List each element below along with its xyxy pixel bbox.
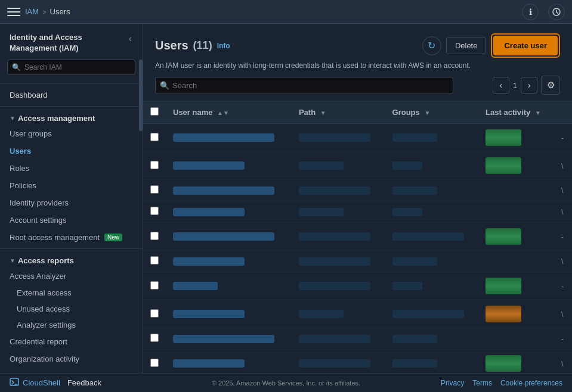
refresh-button[interactable]: ↻ xyxy=(422,36,441,55)
content-title: Users (11) Info xyxy=(155,39,230,52)
username-value xyxy=(173,257,245,266)
sidebar-search-container: 🔍 xyxy=(7,60,135,75)
table-search-input[interactable] xyxy=(155,77,453,94)
sidebar-item-root-access-management[interactable]: Root access management New xyxy=(0,229,143,246)
sidebar-item-users[interactable]: Users xyxy=(0,142,143,160)
last-activity-bar xyxy=(486,157,521,174)
username-value xyxy=(173,335,274,343)
row-checkbox[interactable] xyxy=(150,185,159,194)
users-table-container: User name ▲▼ Path ▼ Groups ▼ Last acti xyxy=(143,101,572,373)
username-value xyxy=(173,208,245,216)
sidebar-item-user-groups[interactable]: User groups xyxy=(0,125,143,142)
clock-icon-button[interactable] xyxy=(548,4,565,20)
groups-value xyxy=(392,310,464,318)
sidebar-item-policies[interactable]: Policies xyxy=(0,177,143,194)
feedback-button[interactable]: Feedback xyxy=(67,378,101,387)
last-activity-bar xyxy=(486,129,521,146)
groups-value xyxy=(392,161,422,170)
root-access-label: Root access management xyxy=(10,233,100,242)
path-value xyxy=(299,282,370,290)
sidebar-item-roles[interactable]: Roles xyxy=(0,160,143,177)
header-username: User name ▲▼ xyxy=(166,101,292,124)
create-user-button[interactable]: Create user xyxy=(493,36,558,55)
row-checkbox[interactable] xyxy=(150,133,159,141)
access-management-label: Access management xyxy=(18,114,95,123)
table-row: \ xyxy=(143,251,572,272)
last-activity-empty xyxy=(478,201,554,212)
info-link[interactable]: Info xyxy=(217,42,230,50)
sidebar-item-account-settings[interactable]: Account settings xyxy=(0,211,143,229)
cookie-preferences-link[interactable]: Cookie preferences xyxy=(500,379,562,387)
sidebar-item-unused-access[interactable]: Unused access xyxy=(0,301,143,317)
table-settings-button[interactable]: ⚙ xyxy=(541,76,560,95)
cloudshell-button[interactable]: CloudShell xyxy=(10,377,60,388)
table-row: \ xyxy=(143,300,572,328)
row-checkbox[interactable] xyxy=(150,161,159,169)
breadcrumb-separator: > xyxy=(42,8,46,15)
groups-value xyxy=(392,335,437,343)
footer-copyright: © 2025, Amazon Web Services, Inc. or its… xyxy=(212,379,360,387)
page-next-button[interactable]: › xyxy=(521,77,537,94)
row-extra-col: \ xyxy=(554,201,572,223)
content-description: An IAM user is an identity with long-ter… xyxy=(155,61,560,70)
row-checkbox[interactable] xyxy=(150,256,159,265)
breadcrumb-current: Users xyxy=(50,7,70,16)
groups-value xyxy=(392,133,437,142)
page-number: 1 xyxy=(513,81,517,90)
page-title: Users xyxy=(155,39,188,52)
sidebar-item-dashboard[interactable]: Dashboard xyxy=(0,86,143,104)
path-value xyxy=(299,133,370,142)
table-row: - xyxy=(143,124,572,152)
activity-sort-icon[interactable]: ▼ xyxy=(535,110,541,116)
content-title-row: Users (11) Info ↻ Delete Create user xyxy=(155,33,560,58)
select-all-checkbox[interactable] xyxy=(150,107,159,116)
page-prev-button[interactable]: ‹ xyxy=(493,77,509,94)
username-value xyxy=(173,133,274,142)
sidebar-item-identity-providers[interactable]: Identity providers xyxy=(0,194,143,211)
table-search-container: 🔍 xyxy=(155,77,453,94)
bottom-left: CloudShell Feedback xyxy=(10,377,101,388)
cloudshell-label: CloudShell xyxy=(23,378,60,387)
sidebar-item-access-analyzer[interactable]: Access Analyzer xyxy=(0,267,143,285)
sidebar-item-organization-activity[interactable]: Organization activity xyxy=(0,350,143,368)
info-icon-button[interactable]: ℹ xyxy=(522,4,539,20)
header-last-activity: Last activity ▼ xyxy=(478,101,554,124)
sidebar-section-access-reports[interactable]: ▼ Access reports xyxy=(0,251,143,267)
last-activity-bar xyxy=(486,355,521,372)
row-checkbox[interactable] xyxy=(150,334,159,342)
sidebar-section-access-management[interactable]: ▼ Access management xyxy=(0,109,143,125)
delete-button[interactable]: Delete xyxy=(446,37,487,54)
table-row: - xyxy=(143,272,572,300)
username-value xyxy=(173,282,218,290)
row-checkbox[interactable] xyxy=(150,281,159,290)
path-value xyxy=(299,335,370,343)
path-value xyxy=(299,359,370,368)
menu-icon[interactable] xyxy=(7,5,20,18)
last-activity-bar xyxy=(486,306,521,322)
row-checkbox[interactable] xyxy=(150,309,159,318)
row-extra-col: \ xyxy=(554,350,572,374)
sidebar-scrollbar xyxy=(139,24,143,373)
header-more xyxy=(554,101,572,124)
username-sort-icon[interactable]: ▲▼ xyxy=(217,110,229,116)
row-checkbox[interactable] xyxy=(150,359,159,367)
path-sort-icon[interactable]: ▼ xyxy=(320,110,326,116)
row-checkbox[interactable] xyxy=(150,232,159,240)
breadcrumb-iam-link[interactable]: IAM xyxy=(25,7,39,16)
sidebar-search-input[interactable] xyxy=(7,60,135,75)
content-area: Users (11) Info ↻ Delete Create user An … xyxy=(143,24,572,373)
last-activity-bar xyxy=(486,228,521,245)
sidebar-collapse-button[interactable]: ‹ xyxy=(128,32,133,45)
row-extra-col: \ xyxy=(554,251,572,272)
groups-value xyxy=(392,186,437,195)
privacy-link[interactable]: Privacy xyxy=(441,379,464,387)
groups-sort-icon[interactable]: ▼ xyxy=(424,110,430,116)
sidebar-item-credential-report[interactable]: Credential report xyxy=(0,333,143,350)
row-extra-col: \ xyxy=(554,152,572,180)
sidebar-item-external-access[interactable]: External access xyxy=(0,285,143,301)
table-row: \ xyxy=(143,350,572,374)
terms-link[interactable]: Terms xyxy=(472,379,492,387)
sidebar-item-analyzer-settings[interactable]: Analyzer settings xyxy=(0,317,143,333)
row-extra-col: - xyxy=(554,272,572,300)
row-checkbox[interactable] xyxy=(150,207,159,215)
